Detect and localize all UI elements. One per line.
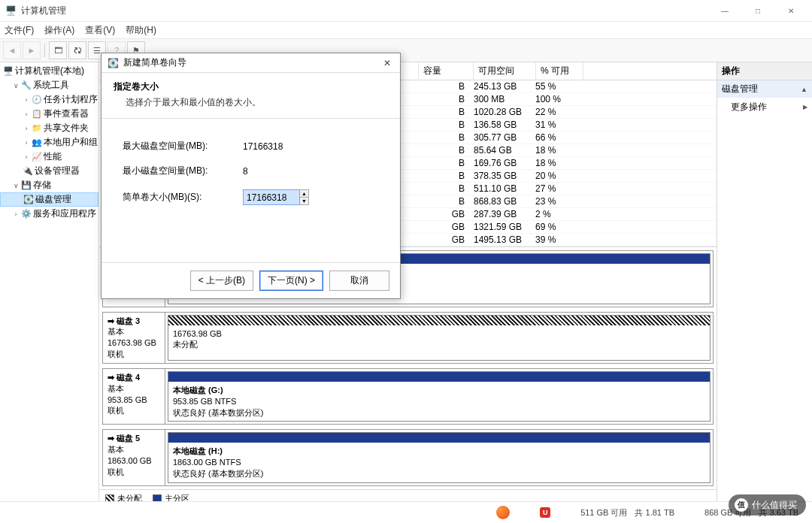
nav-back-button[interactable]: ◄ — [3, 41, 21, 59]
stripe-unallocated-icon — [168, 316, 710, 325]
tool-icon[interactable]: 🗔 — [49, 41, 67, 59]
tree-performance[interactable]: ›📈性能 — [0, 150, 98, 164]
max-space-label: 最大磁盘空间量(MB): — [123, 140, 243, 153]
stripe-primary-icon — [168, 433, 710, 443]
col-free[interactable]: 可用空间 — [474, 62, 536, 80]
actions-header: 操作 — [717, 62, 812, 80]
tree-local-users[interactable]: ›👥本地用户和组 — [0, 135, 98, 150]
window-titlebar: 🖥️ 计算机管理 — □ ✕ — [0, 0, 812, 22]
tree-services[interactable]: ›⚙️服务和应用程序 — [0, 207, 98, 221]
partition-g[interactable]: 本地磁盘 (G:) 953.85 GB NTFS 状态良好 (基本数据分区) — [168, 371, 710, 422]
disk-row-3[interactable]: ➡ 磁盘 3 基本 16763.98 GB 联机 16763.98 GB 未分配 — [102, 312, 714, 364]
tree-event-viewer[interactable]: ›📋事件查看器 — [0, 107, 98, 121]
menu-view[interactable]: 查看(V) — [85, 24, 115, 37]
toolbar-separator — [44, 44, 45, 57]
spin-down-icon[interactable]: ▼ — [300, 198, 308, 204]
disk-info: ➡ 磁盘 3 基本 16763.98 GB 联机 — [103, 313, 165, 363]
wizard-title: 新建简单卷向导 — [123, 56, 380, 69]
window-maximize-button[interactable]: □ — [741, 1, 774, 20]
partition-unallocated[interactable]: 16763.98 GB 未分配 — [168, 315, 710, 361]
desktop-strip: U 511 GB 可用共 1.81 TB 868 GB 可用共 3.63 TB — [0, 501, 812, 523]
watermark-text: 什么值得买 — [752, 499, 797, 512]
menu-action[interactable]: 操作(A) — [44, 24, 74, 37]
refresh-button[interactable]: 🗘 — [68, 41, 86, 59]
tree-task-scheduler[interactable]: ›🕗任务计划程序 — [0, 92, 98, 107]
max-space-value: 17166318 — [243, 141, 333, 152]
tree-storage[interactable]: ∨💾存储 — [0, 178, 98, 192]
wizard-header: 指定卷大小 选择介于最大和最小值的卷大小。 — [102, 73, 400, 119]
volume-size-input[interactable] — [243, 189, 300, 205]
wizard-subheading: 选择介于最大和最小值的卷大小。 — [114, 96, 388, 109]
menu-help[interactable]: 帮助(H) — [126, 24, 156, 37]
wizard-icon: 💽 — [108, 58, 119, 68]
nav-forward-button[interactable]: ► — [23, 41, 41, 59]
actions-pane: 操作 磁盘管理▲ 更多操作▶ — [717, 62, 812, 507]
partition-h[interactable]: 本地磁盘 (H:) 1863.00 GB NTFS 状态良好 (基本数据分区) — [168, 432, 710, 483]
tray-icon — [496, 506, 510, 519]
menu-bar: 文件(F) 操作(A) 查看(V) 帮助(H) — [0, 22, 812, 39]
tree-disk-management[interactable]: 💽磁盘管理 — [0, 192, 98, 207]
stripe-primary-icon — [168, 372, 710, 382]
disk-row-4[interactable]: ➡ 磁盘 4 基本 953.85 GB 联机 本地磁盘 (G:) 953.85 … — [102, 368, 714, 425]
actions-more[interactable]: 更多操作▶ — [717, 98, 812, 116]
wizard-close-button[interactable]: ✕ — [380, 58, 394, 68]
tree-shared-folders[interactable]: ›📁共享文件夹 — [0, 121, 98, 135]
app-icon: 🖥️ — [5, 5, 17, 17]
wizard-dialog: 💽 新建简单卷向导 ✕ 指定卷大小 选择介于最大和最小值的卷大小。 最大磁盘空间… — [101, 53, 401, 299]
disk-info: ➡ 磁盘 4 基本 953.85 GB 联机 — [103, 369, 165, 425]
volume-size-spinner[interactable]: ▲ ▼ — [300, 189, 309, 205]
watermark-icon: 值 — [735, 498, 748, 512]
tray-badge-icon: U — [540, 507, 550, 518]
disk-row-5[interactable]: ➡ 磁盘 5 基本 1863.00 GB 联机 本地磁盘 (H:) 1863.0… — [102, 429, 714, 486]
wizard-cancel-button[interactable]: 取消 — [329, 271, 389, 291]
wizard-heading: 指定卷大小 — [114, 80, 388, 93]
wizard-back-button[interactable]: < 上一步(B) — [190, 271, 253, 291]
spin-up-icon[interactable]: ▲ — [300, 190, 308, 198]
nav-tree: 🖥️计算机管理(本地) ∨🔧系统工具 ›🕗任务计划程序 ›📋事件查看器 ›📁共享… — [0, 62, 99, 507]
menu-file[interactable]: 文件(F) — [5, 24, 34, 37]
tree-root[interactable]: 🖥️计算机管理(本地) — [0, 64, 98, 78]
collapse-icon: ▲ — [801, 86, 807, 93]
watermark: 值 什么值得买 — [729, 494, 806, 515]
col-capacity[interactable]: 容量 — [419, 62, 474, 80]
window-title: 计算机管理 — [21, 5, 708, 17]
min-space-value: 8 — [243, 166, 333, 177]
chevron-right-icon: ▶ — [803, 104, 807, 110]
window-close-button[interactable]: ✕ — [774, 1, 807, 20]
actions-subheader[interactable]: 磁盘管理▲ — [717, 80, 812, 98]
volume-size-label: 简单卷大小(MB)(S): — [123, 191, 243, 204]
col-pct[interactable]: % 可用 — [536, 62, 583, 80]
disk-info: ➡ 磁盘 5 基本 1863.00 GB 联机 — [103, 430, 165, 485]
window-minimize-button[interactable]: — — [708, 1, 741, 20]
tree-device-manager[interactable]: 🔌设备管理器 — [0, 164, 98, 178]
min-space-label: 最小磁盘空间量(MB): — [123, 165, 243, 177]
wizard-next-button[interactable]: 下一页(N) > — [259, 271, 323, 291]
tree-system-tools[interactable]: ∨🔧系统工具 — [0, 78, 98, 92]
